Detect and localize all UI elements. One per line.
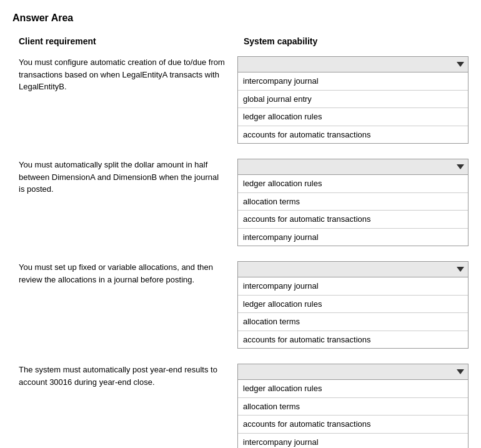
dropdown-list-2: ledger allocation rules allocation terms… [237, 175, 469, 246]
list-item[interactable]: accounts for automatic transactions [238, 416, 468, 434]
dropdown-arrow-4 [457, 369, 464, 374]
requirement-text-1: You must configure automatic creation of… [12, 56, 237, 93]
list-item[interactable]: ledger allocation rules [238, 380, 468, 398]
dropdown-header-3[interactable] [237, 261, 469, 277]
requirement-header: Client requirement [12, 36, 237, 46]
list-item[interactable]: allocation terms [238, 398, 468, 416]
list-item[interactable]: ledger allocation rules [238, 108, 468, 126]
dropdown-header-1[interactable] [237, 56, 469, 72]
list-item[interactable]: intercompany journal [238, 434, 468, 449]
list-item[interactable]: intercompany journal [238, 229, 468, 246]
dropdown-1: intercompany journal global journal entr… [237, 56, 469, 144]
qa-row-4: The system must automatically post year-… [12, 364, 469, 448]
list-item[interactable]: accounts for automatic transactions [238, 331, 468, 349]
list-item[interactable]: allocation terms [238, 313, 468, 331]
list-item[interactable]: intercompany journal [238, 277, 468, 296]
requirement-text-4: The system must automatically post year-… [12, 364, 237, 388]
requirement-text-2: You must automatically split the dollar … [12, 159, 237, 196]
qa-row-3: You must set up fixed or variable alloca… [12, 261, 469, 349]
list-item[interactable]: global journal entry [238, 91, 468, 109]
page-title: Answer Area [12, 12, 469, 24]
requirement-text-3: You must set up fixed or variable alloca… [12, 261, 237, 286]
dropdown-3: intercompany journal ledger allocation r… [237, 261, 469, 349]
qa-row-1: You must configure automatic creation of… [12, 56, 469, 144]
list-item[interactable]: intercompany journal [238, 72, 468, 91]
column-headers: Client requirement System capability [12, 36, 469, 46]
list-item[interactable]: accounts for automatic transactions [238, 211, 468, 229]
dropdown-4: ledger allocation rules allocation terms… [237, 364, 469, 448]
dropdown-arrow-2 [457, 164, 464, 169]
dropdown-list-4: ledger allocation rules allocation terms… [237, 380, 469, 448]
dropdown-header-2[interactable] [237, 159, 469, 175]
list-item[interactable]: accounts for automatic transactions [238, 126, 468, 144]
capability-header: System capability [237, 36, 469, 46]
dropdown-2: ledger allocation rules allocation terms… [237, 159, 469, 246]
list-item[interactable]: ledger allocation rules [238, 175, 468, 193]
dropdown-header-4[interactable] [237, 364, 469, 380]
answer-area: Client requirement System capability You… [12, 36, 469, 448]
dropdown-arrow-3 [457, 267, 464, 272]
qa-row-2: You must automatically split the dollar … [12, 159, 469, 246]
dropdown-list-3: intercompany journal ledger allocation r… [237, 277, 469, 349]
list-item[interactable]: ledger allocation rules [238, 296, 468, 314]
list-item[interactable]: allocation terms [238, 193, 468, 211]
dropdown-list-1: intercompany journal global journal entr… [237, 72, 469, 144]
dropdown-arrow-1 [457, 62, 464, 67]
